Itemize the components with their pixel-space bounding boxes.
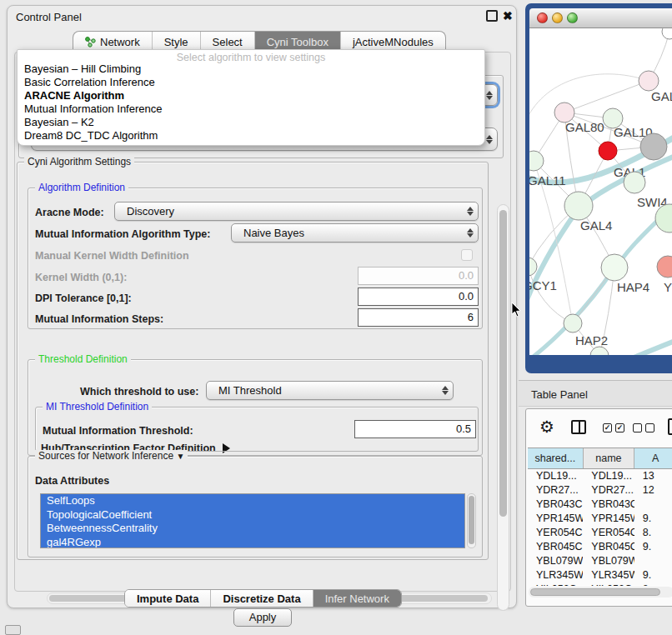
dropdown-item[interactable]: Mutual Information Inference: [18, 102, 484, 116]
column-header[interactable]: shared...: [528, 448, 584, 468]
list-item[interactable]: BetweennessCentrality: [41, 522, 464, 536]
apply-button[interactable]: Apply: [233, 608, 292, 627]
network-view-window: GAL2GAL80GAL10GAL1GAL11SWI4GAL4GCY1HAP4Y…: [525, 3, 672, 373]
network-node-y[interactable]: [657, 256, 672, 278]
network-canvas[interactable]: GAL2GAL80GAL10GAL1GAL11SWI4GAL4GCY1HAP4Y…: [529, 28, 672, 355]
table-row[interactable]: YBR043CYBR043C: [528, 498, 672, 512]
network-node-gal11[interactable]: [529, 151, 544, 171]
tab-label: Network: [100, 36, 140, 48]
network-node-hap2[interactable]: [564, 314, 582, 332]
which-threshold-combo[interactable]: MI Threshold: [206, 381, 454, 400]
table-row[interactable]: YER054CYER054C8.: [528, 526, 672, 540]
dropdown-item-selected[interactable]: ARACNE Algorithm: [18, 89, 484, 102]
mi-steps-field[interactable]: 6: [358, 308, 479, 327]
column-header[interactable]: name: [584, 448, 635, 468]
kernel-width-field: 0.0: [358, 267, 479, 285]
combo-value: Naive Bayes: [232, 227, 463, 239]
network-node-unlabeled[interactable]: [640, 133, 667, 160]
settings-vertical-scrollbar[interactable]: [497, 204, 509, 611]
table-row[interactable]: YLR345WYLR345W9.: [528, 568, 672, 582]
list-item[interactable]: SelfLoops: [41, 494, 464, 508]
list-scrollbar[interactable]: [467, 493, 476, 548]
close-icon[interactable]: ✖: [503, 9, 513, 22]
dpi-tolerance-field[interactable]: 0.0: [358, 288, 479, 306]
manual-kernel-label: Manual Kernel Width Definition: [35, 250, 189, 262]
table-header-row: shared... name A: [528, 448, 672, 469]
select-all-checkbox-icon[interactable]: ✓: [603, 423, 612, 432]
scrollbar-thumb[interactable]: [530, 588, 660, 596]
data-attributes-list: SelfLoops TopologicalCoefficient Between…: [40, 493, 465, 548]
network-edge[interactable]: [628, 338, 672, 355]
network-node-swi4[interactable]: [624, 172, 645, 193]
mouse-cursor: [510, 302, 522, 318]
tab-label: Discretize Data: [223, 592, 300, 605]
minimize-traffic-light[interactable]: [552, 12, 563, 23]
mi-type-combo[interactable]: Naive Bayes: [231, 223, 479, 242]
dropdown-prompt: Select algorithm to view settings: [18, 50, 484, 62]
network-edge[interactable]: [529, 74, 649, 124]
scrollbar-thumb[interactable]: [469, 496, 474, 544]
group-title[interactable]: Sources for Network Inference ▼: [35, 450, 188, 462]
node-label: GAL2: [651, 89, 672, 103]
table-row[interactable]: YBR045CYBR045C9.: [528, 540, 672, 554]
dropdown-item[interactable]: Dream8 DC_TDC Algorithm: [18, 129, 484, 142]
list-item[interactable]: TopologicalCoefficient: [41, 508, 464, 522]
column-selector-icon[interactable]: [571, 420, 586, 434]
data-attributes-label: Data Attributes: [35, 475, 109, 487]
dropdown-item[interactable]: Bayesian – Hill Climbing: [18, 62, 484, 76]
table-row[interactable]: YDR27...YDR27...12: [528, 483, 672, 498]
network-node-gal1[interactable]: [599, 142, 617, 160]
scrollbar-thumb[interactable]: [499, 210, 507, 517]
tab-label: jActiveMNodules: [353, 36, 434, 48]
node-label: GAL11: [529, 173, 566, 188]
network-node-unlabeled[interactable]: [662, 28, 672, 39]
mi-type-label: Mutual Information Algorithm Type:: [35, 228, 210, 240]
tab-discretize-data[interactable]: Discretize Data: [211, 590, 313, 607]
dropdown-item[interactable]: Bayesian – K2: [18, 116, 484, 129]
cyni-toolbox-panel: galFiltered.sif default node Select algo…: [14, 52, 511, 592]
combo-value: MI Threshold: [207, 384, 438, 397]
mi-threshold-field[interactable]: 0.5: [354, 420, 476, 438]
document-icon[interactable]: [668, 418, 672, 435]
collapsed-panel-icon[interactable]: [5, 625, 21, 635]
network-node-gal2[interactable]: [639, 71, 659, 91]
network-window-titlebar[interactable]: [529, 8, 672, 28]
sources-title: Sources for Network Inference: [38, 450, 173, 462]
float-window-icon[interactable]: [486, 10, 498, 22]
aracne-mode-combo[interactable]: Discovery: [114, 202, 479, 221]
table-row[interactable]: YDL19...YDL19...13: [528, 469, 672, 483]
node-label: HAP4: [617, 280, 649, 294]
table-row[interactable]: YIL052CYIL052C8: [528, 582, 672, 586]
combo-value: Discovery: [115, 205, 463, 218]
network-icon: [85, 37, 96, 48]
gear-icon[interactable]: ⚙: [539, 418, 554, 435]
dropdown-item[interactable]: Basic Correlation Inference: [18, 76, 484, 89]
node-label: Y: [664, 280, 672, 294]
network-node-gcy1[interactable]: [529, 258, 537, 276]
group-title: Threshold Definition: [35, 353, 131, 365]
table-horizontal-scrollbar[interactable]: [529, 587, 672, 598]
deselect-all-checkbox-icon[interactable]: [645, 423, 654, 432]
bottom-tab-bar: Impute Data Discretize Data Infer Networ…: [124, 589, 402, 608]
node-table: shared... name A YDL19...YDL19...13 YDR2…: [528, 448, 672, 586]
cyni-algorithm-settings-group: Cyni Algorithm Settings Algorithm Defini…: [17, 162, 489, 560]
network-node-gal4[interactable]: [564, 192, 593, 220]
mi-threshold-definition-group: MI Threshold Definition Mutual Informati…: [35, 407, 479, 452]
tab-label: Cyni Toolbox: [267, 36, 328, 48]
network-edge[interactable]: [564, 81, 649, 112]
zoom-traffic-light[interactable]: [567, 12, 578, 23]
list-item[interactable]: gal4RGexp: [41, 536, 464, 549]
close-traffic-light[interactable]: [537, 12, 548, 23]
column-header[interactable]: A: [634, 448, 672, 468]
select-all-checkbox-icon[interactable]: ✓: [615, 423, 624, 432]
mi-steps-label: Mutual Information Steps:: [35, 313, 163, 325]
table-row[interactable]: YPR145WYPR145W9.: [528, 512, 672, 526]
tab-impute-data[interactable]: Impute Data: [125, 590, 211, 607]
combo-stepper-icon: [463, 207, 478, 216]
tab-infer-network[interactable]: Infer Network: [313, 590, 401, 607]
table-row[interactable]: YBL079WYBL079W: [528, 554, 672, 568]
deselect-all-checkbox-icon[interactable]: [633, 423, 642, 432]
node-label: GAL4: [580, 218, 612, 232]
network-node-hap4[interactable]: [601, 254, 628, 281]
tab-label: Impute Data: [137, 592, 198, 605]
